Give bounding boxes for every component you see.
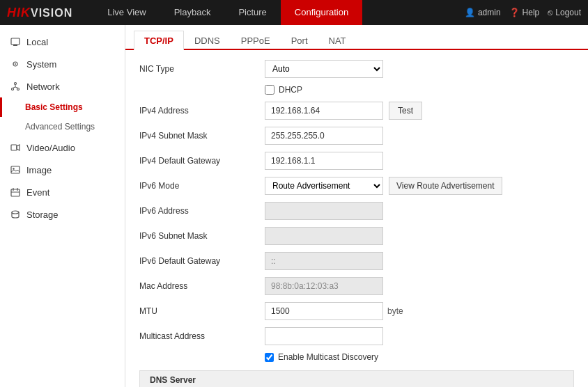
multicast-discovery-checkbox[interactable] xyxy=(265,353,274,362)
network-icon xyxy=(10,81,21,92)
sidebar-system-label: System xyxy=(26,59,56,70)
sidebar-item-storage[interactable]: Storage xyxy=(0,203,125,226)
sidebar-item-basic-settings[interactable]: Basic Settings xyxy=(0,97,125,117)
svg-rect-12 xyxy=(11,166,20,173)
storage-icon xyxy=(10,209,21,220)
test-button[interactable]: Test xyxy=(389,102,422,120)
help-icon: ❓ xyxy=(509,8,520,17)
tab-pppoe[interactable]: PPPoE xyxy=(231,31,281,50)
sidebar-item-event[interactable]: Event xyxy=(0,181,125,203)
ipv4-subnet-label: IPv4 Subnet Mask xyxy=(139,131,265,141)
sidebar-item-system[interactable]: System xyxy=(0,53,125,75)
nav-live-view[interactable]: Live View xyxy=(93,0,160,25)
multicast-address-input[interactable] xyxy=(265,327,383,345)
tab-bar: TCP/IP DDNS PPPoE Port NAT xyxy=(125,25,588,50)
mac-address-row: Mac Address xyxy=(139,277,574,295)
tab-tcpip[interactable]: TCP/IP xyxy=(134,31,184,50)
ipv4-address-row: IPv4 Address Test xyxy=(139,102,574,120)
dns-section-header: DNS Server xyxy=(139,370,574,387)
svg-point-13 xyxy=(13,168,14,169)
brand-logo: HIKVISION xyxy=(7,6,72,20)
sidebar-item-network[interactable]: Network xyxy=(0,75,125,97)
svg-point-3 xyxy=(15,63,16,65)
svg-point-5 xyxy=(12,88,14,90)
sidebar-image-label: Image xyxy=(26,165,52,175)
sidebar-item-image[interactable]: Image xyxy=(0,159,125,181)
nav-playback[interactable]: Playback xyxy=(160,0,225,25)
nav-picture[interactable]: Picture xyxy=(224,0,280,25)
dhcp-row: DHCP xyxy=(265,85,574,95)
nic-type-row: NIC Type Auto xyxy=(139,60,574,78)
mtu-unit: byte xyxy=(387,306,403,316)
tab-ddns[interactable]: DDNS xyxy=(184,31,231,50)
multicast-address-row: Multicast Address xyxy=(139,327,574,345)
event-icon xyxy=(10,187,21,198)
ipv6-gateway-label: IPv6 Default Gateway xyxy=(139,256,265,266)
tab-port[interactable]: Port xyxy=(281,31,318,50)
main-content: TCP/IP DDNS PPPoE Port NAT NIC Type Auto… xyxy=(125,25,588,387)
ipv6-mode-row: IPv6 Mode Route Advertisement View Route… xyxy=(139,177,574,195)
sidebar-item-advanced-settings[interactable]: Advanced Settings xyxy=(0,117,125,136)
ipv6-mode-label: IPv6 Mode xyxy=(139,181,265,191)
ipv6-subnet-row: IPv6 Subnet Mask xyxy=(139,227,574,245)
sidebar: Local System Network Basic Settings Adva… xyxy=(0,25,125,387)
sidebar-section: Local System Network Basic Settings Adva… xyxy=(0,25,125,231)
ipv4-subnet-row: IPv4 Subnet Mask xyxy=(139,127,574,145)
dhcp-checkbox[interactable] xyxy=(265,85,274,95)
ipv4-gateway-input[interactable] xyxy=(265,152,383,170)
local-icon xyxy=(10,36,21,47)
svg-rect-14 xyxy=(11,189,20,196)
sidebar-storage-label: Storage xyxy=(26,210,59,220)
sidebar-local-label: Local xyxy=(26,37,48,47)
form-area: NIC Type Auto DHCP IPv4 Address Test IPv… xyxy=(125,50,588,387)
top-navigation: HIKVISION Live View Playback Picture Con… xyxy=(0,0,588,25)
nav-configuration[interactable]: Configuration xyxy=(281,0,362,25)
sidebar-event-label: Event xyxy=(26,187,49,198)
multicast-address-label: Multicast Address xyxy=(139,331,265,341)
mtu-label: MTU xyxy=(139,306,265,316)
nav-right: 👤 admin ❓ Help ⎋ Logout xyxy=(465,8,581,17)
nav-items: Live View Playback Picture Configuration xyxy=(93,0,465,25)
ipv6-mode-select[interactable]: Route Advertisement xyxy=(265,177,383,195)
admin-user[interactable]: 👤 admin xyxy=(465,8,501,17)
video-icon xyxy=(10,142,21,153)
sidebar-video-label: Video/Audio xyxy=(26,143,75,153)
ipv4-gateway-row: IPv4 Default Gateway xyxy=(139,152,574,170)
ipv4-address-input[interactable] xyxy=(265,102,383,120)
mtu-input[interactable] xyxy=(265,302,383,320)
mtu-row: MTU byte xyxy=(139,302,574,320)
enable-multicast-row: Enable Multicast Discovery xyxy=(139,352,574,362)
ipv6-subnet-label: IPv6 Subnet Mask xyxy=(139,231,265,241)
system-icon xyxy=(10,58,21,70)
ipv4-address-label: IPv4 Address xyxy=(139,106,265,116)
ipv6-gateway-input[interactable] xyxy=(265,252,383,270)
svg-rect-0 xyxy=(11,38,20,45)
ipv6-gateway-row: IPv6 Default Gateway xyxy=(139,252,574,270)
ipv4-gateway-label: IPv4 Default Gateway xyxy=(139,156,265,166)
svg-rect-10 xyxy=(11,145,17,150)
nic-type-label: NIC Type xyxy=(139,64,265,74)
ipv6-address-input[interactable] xyxy=(265,202,383,220)
svg-marker-11 xyxy=(17,145,20,150)
multicast-discovery-label[interactable]: Enable Multicast Discovery xyxy=(278,352,378,362)
svg-line-8 xyxy=(13,87,15,88)
dhcp-label[interactable]: DHCP xyxy=(279,85,302,95)
svg-point-18 xyxy=(12,211,19,214)
ipv6-address-label: IPv6 Address xyxy=(139,206,265,216)
image-icon xyxy=(10,164,21,175)
mac-address-label: Mac Address xyxy=(139,281,265,291)
sidebar-item-video-audio[interactable]: Video/Audio xyxy=(0,136,125,159)
help-link[interactable]: ❓ Help xyxy=(509,8,540,17)
logout-icon: ⎋ xyxy=(548,8,552,17)
sidebar-item-local[interactable]: Local xyxy=(0,31,125,53)
svg-point-4 xyxy=(15,83,17,85)
tab-nat[interactable]: NAT xyxy=(318,31,357,50)
logout-link[interactable]: ⎋ Logout xyxy=(548,8,581,17)
ipv6-subnet-input[interactable] xyxy=(265,227,383,245)
svg-line-9 xyxy=(15,87,18,88)
view-route-button[interactable]: View Route Advertisement xyxy=(389,177,502,195)
ipv4-subnet-input[interactable] xyxy=(265,127,383,145)
svg-rect-1 xyxy=(13,45,17,46)
main-layout: Local System Network Basic Settings Adva… xyxy=(0,25,588,387)
nic-type-select[interactable]: Auto xyxy=(265,60,383,78)
